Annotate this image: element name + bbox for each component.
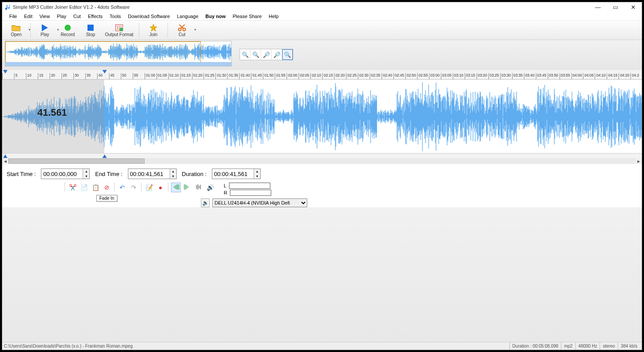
ruler-tick: 03:30	[500, 73, 512, 79]
paste-button[interactable]: 📋	[91, 183, 100, 192]
ruler-tick: 01:05	[156, 73, 168, 79]
dropdown-icon[interactable]: ▾	[29, 28, 30, 32]
ruler-tick: 01:25	[204, 73, 215, 79]
start-time-field[interactable]	[41, 169, 83, 179]
spin-down-button[interactable]: ▼	[83, 174, 89, 179]
end-time-field[interactable]	[128, 169, 170, 179]
time-ruler[interactable]: 51015202530354045505501:0001:0501:1001:1…	[2, 70, 642, 80]
ruler-tick: 04:15	[607, 73, 619, 79]
undo-icon: ↶	[120, 184, 125, 191]
menu-language[interactable]: Language	[173, 13, 202, 20]
redo-button[interactable]: ↷	[129, 183, 138, 192]
svg-marker-9	[150, 24, 157, 31]
zoom-out-button[interactable]: 🔍	[251, 49, 261, 60]
edit-tags-button[interactable]: 📝	[144, 183, 154, 192]
spin-down-button[interactable]: ▼	[254, 174, 260, 179]
audio-device-icon[interactable]: 🔈	[201, 198, 210, 207]
zoom-in-button[interactable]: 🔍	[240, 49, 251, 60]
open-button[interactable]: Open ▾	[5, 22, 28, 39]
ruler-tick	[2, 73, 14, 79]
menu-tools[interactable]: Tools	[106, 13, 124, 20]
ruler-tick: 01:15	[180, 73, 192, 79]
menu-help[interactable]: Help	[265, 13, 282, 20]
menu-view[interactable]: View	[36, 13, 54, 20]
stop-button[interactable]: Stop	[79, 22, 102, 39]
menu-effects[interactable]: Effects	[84, 13, 106, 20]
delete-button[interactable]: ⊘	[102, 183, 112, 192]
spin-up-button[interactable]: ▲	[83, 169, 89, 174]
spin-up-button[interactable]: ▲	[170, 169, 176, 174]
minimize-button[interactable]: —	[589, 2, 607, 12]
maximize-button[interactable]: ▭	[607, 2, 624, 12]
ruler-tick: 50	[121, 73, 133, 79]
scroll-track[interactable]	[8, 158, 636, 164]
scroll-right-button[interactable]: ►	[636, 159, 642, 164]
menu-please-share[interactable]: Please Share	[229, 13, 265, 20]
menu-play[interactable]: Play	[53, 13, 69, 20]
ruler-tick: 03:00	[429, 73, 441, 79]
record-button[interactable]: Record	[56, 22, 79, 39]
ruler-tick: 04:00	[571, 73, 583, 79]
record-small-button[interactable]: ●	[156, 183, 165, 192]
cut-button[interactable]: Cut ▾	[171, 22, 193, 39]
zoom-fit-button[interactable]: 🔍	[282, 49, 293, 60]
stop-icon	[87, 23, 94, 32]
close-button[interactable]: ✕	[624, 2, 642, 12]
audio-device-select[interactable]: DELL U2414H-4 (NVIDIA High Defi	[212, 198, 307, 207]
selection-start-marker-bottom[interactable]	[3, 154, 7, 158]
scroll-left-button[interactable]: ◄	[2, 159, 8, 164]
folder-open-icon	[11, 23, 21, 32]
ruler-tick: 20	[50, 73, 62, 79]
end-time-label: End Time :	[95, 171, 122, 177]
horizontal-scrollbar[interactable]: ◄ ►	[2, 158, 642, 164]
spin-down-button[interactable]: ▼	[170, 174, 176, 179]
duration-input[interactable]: ▲▼	[212, 169, 261, 179]
overview-selection[interactable]	[5, 41, 201, 62]
dropdown-icon[interactable]: ▾	[194, 28, 196, 32]
menu-edit[interactable]: Edit	[21, 13, 36, 20]
duration-field[interactable]	[212, 169, 254, 179]
copy-button[interactable]: 📄	[79, 183, 89, 192]
ruler-tick: 01:35	[227, 73, 239, 79]
cut-edit-button[interactable]: ✂️	[68, 183, 77, 192]
ruler-tick: 35	[85, 73, 97, 79]
svg-rect-1	[7, 5, 7, 8]
scissors-icon	[178, 23, 186, 32]
zoom-selection-button[interactable]: 🔎	[261, 49, 272, 60]
paste-icon: 📋	[92, 184, 99, 191]
fade-in-button[interactable]	[171, 183, 181, 192]
play-button[interactable]: Play ▾	[33, 22, 56, 39]
end-time-input[interactable]: ▲▼	[128, 169, 177, 179]
volume-button[interactable]: 🔊	[205, 183, 215, 192]
selection-end-marker-bottom[interactable]	[102, 154, 107, 158]
undo-button[interactable]: ↶	[117, 183, 127, 192]
record-icon: ●	[159, 184, 162, 191]
zoom-toolbar: 🔍 🔍 🔎 🔎 🔍	[240, 49, 293, 60]
ruler-tick: 02:30	[358, 73, 370, 79]
menu-download-software[interactable]: Download Software	[124, 13, 173, 20]
delete-icon: ⊘	[104, 184, 109, 191]
fade-out-button[interactable]	[182, 183, 192, 192]
ruler-tick: 02:35	[370, 73, 382, 79]
spin-up-button[interactable]: ▲	[254, 169, 260, 174]
output-format-button[interactable]: Output Format	[102, 22, 136, 39]
main-waveform[interactable]: 41.561	[2, 80, 642, 154]
menu-buy-now[interactable]: Buy now	[202, 13, 229, 20]
zoom-full-button[interactable]: 🔎	[272, 49, 282, 60]
menu-file[interactable]: File	[6, 13, 21, 20]
ruler-tick: 02:55	[417, 73, 429, 79]
main-toolbar: Open ▾ Play ▾ Record Stop Output Format …	[2, 21, 642, 40]
scroll-thumb[interactable]	[8, 158, 145, 164]
app-icon	[4, 4, 11, 11]
fade-in-icon	[172, 184, 179, 191]
ruler-tick: 5	[14, 73, 26, 79]
normalize-button[interactable]	[194, 183, 204, 192]
overview-scrollbar[interactable]	[5, 62, 232, 66]
join-button[interactable]: Join	[142, 22, 165, 39]
menu-cut[interactable]: Cut	[70, 13, 84, 20]
overview-waveform[interactable]	[5, 41, 232, 66]
status-duration: Duration : 00:05:08.098	[509, 342, 561, 350]
left-meter	[229, 183, 270, 189]
record-icon	[64, 23, 72, 32]
start-time-input[interactable]: ▲▼	[41, 169, 90, 179]
